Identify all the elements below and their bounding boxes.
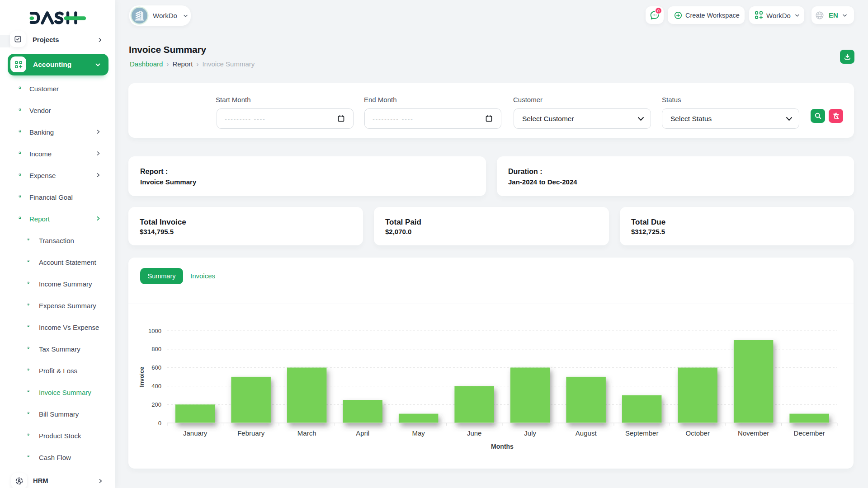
svg-text:200: 200: [151, 401, 161, 408]
svg-text:800: 800: [151, 346, 161, 352]
svg-text:1000: 1000: [148, 328, 161, 334]
svg-text:600: 600: [151, 364, 161, 371]
svg-text:Invoice: Invoice: [138, 367, 145, 387]
svg-text:December: December: [794, 429, 825, 437]
svg-text:February: February: [237, 429, 265, 437]
svg-text:July: July: [524, 429, 536, 437]
svg-text:April: April: [356, 429, 369, 437]
svg-text:May: May: [412, 429, 425, 437]
svg-text:400: 400: [151, 383, 161, 389]
svg-text:Months: Months: [491, 443, 514, 450]
svg-text:November: November: [738, 429, 769, 437]
svg-text:October: October: [686, 429, 710, 437]
svg-text:August: August: [576, 429, 597, 437]
svg-text:June: June: [467, 429, 482, 437]
svg-text:September: September: [625, 429, 658, 437]
svg-text:January: January: [183, 429, 208, 437]
svg-text:0: 0: [158, 420, 161, 427]
svg-text:March: March: [297, 429, 316, 437]
